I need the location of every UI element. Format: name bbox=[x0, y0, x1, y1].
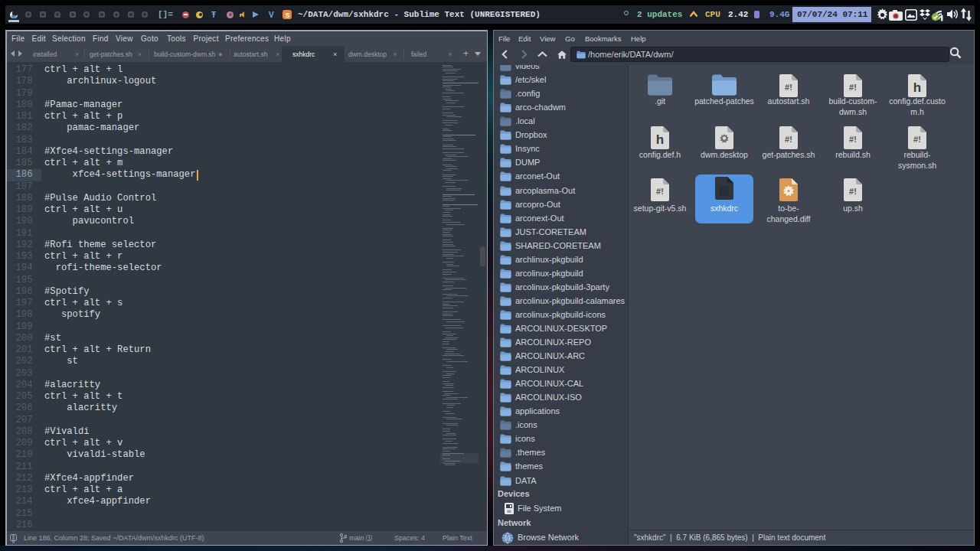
svg-text:#!: #! bbox=[849, 135, 857, 144]
svg-text:#!: #! bbox=[785, 135, 792, 144]
svg-text:h: h bbox=[656, 132, 664, 147]
svg-text:#!: #! bbox=[849, 83, 857, 92]
svg-text:#!: #! bbox=[785, 83, 792, 92]
svg-text:h: h bbox=[913, 80, 921, 95]
svg-text:#!: #! bbox=[849, 187, 857, 196]
svg-text:#!: #! bbox=[913, 135, 921, 144]
svg-text:#!: #! bbox=[656, 187, 664, 196]
